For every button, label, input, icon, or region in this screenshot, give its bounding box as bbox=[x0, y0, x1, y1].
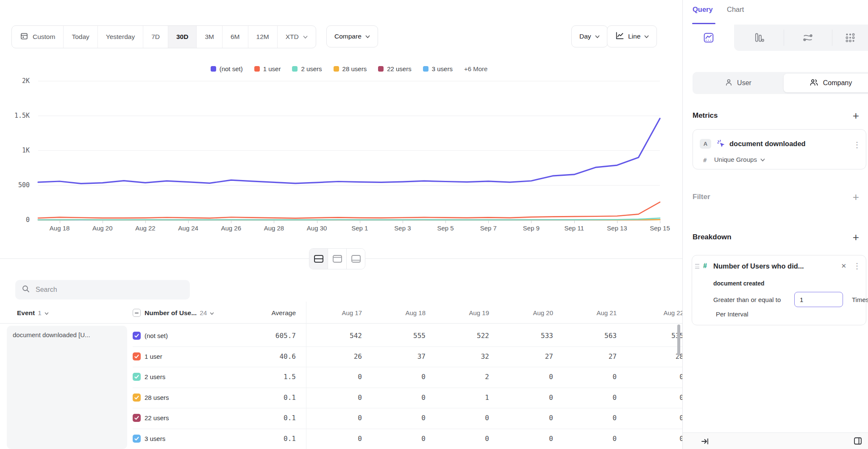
select-all-checkbox[interactable] bbox=[133, 309, 141, 317]
legend-swatch bbox=[423, 66, 428, 72]
aggregation-selector[interactable]: Unique Groups bbox=[714, 156, 765, 163]
table-header-row: Event 1 Number of Use... 24 Average Aug … bbox=[0, 303, 682, 323]
close-icon[interactable]: ✕ bbox=[841, 262, 846, 270]
scope-user-option[interactable]: User bbox=[693, 72, 784, 94]
aggregation-label: Unique Groups bbox=[714, 156, 757, 163]
value-cell: 0 bbox=[557, 388, 617, 408]
active-tab-underline bbox=[692, 23, 715, 24]
breakdown-unit-label: Times bbox=[852, 296, 868, 303]
series-checkbox[interactable] bbox=[133, 435, 141, 443]
range-button-yesterday[interactable]: Yesterday bbox=[97, 26, 143, 48]
metric-event-name[interactable]: document downloaded bbox=[729, 140, 806, 148]
split-view-button[interactable] bbox=[309, 249, 328, 269]
range-button-xtd[interactable]: XTD bbox=[277, 26, 316, 48]
legend-item[interactable]: 22 users bbox=[378, 65, 412, 72]
compare-label: Compare bbox=[334, 33, 362, 40]
line-chart-type-button[interactable] bbox=[683, 25, 734, 51]
table-only-view-button[interactable] bbox=[346, 249, 365, 269]
x-tick-label: Sep 15 bbox=[641, 224, 679, 232]
value-cell: 32 bbox=[430, 346, 489, 367]
value-cell: 0 bbox=[494, 388, 553, 408]
series-checkbox[interactable] bbox=[133, 332, 141, 340]
flow-chart-type-button[interactable] bbox=[784, 25, 832, 51]
legend-item[interactable]: 2 users bbox=[292, 65, 322, 72]
range-button-12m[interactable]: 12M bbox=[248, 26, 277, 48]
table-row[interactable]: 28 users0.1001000 bbox=[0, 388, 682, 408]
series-checkbox[interactable] bbox=[133, 394, 141, 402]
legend-item[interactable]: 1 user bbox=[254, 65, 281, 72]
scope-company-option[interactable]: Company bbox=[784, 74, 868, 92]
x-tick-label: Aug 26 bbox=[212, 224, 250, 232]
table-row[interactable]: 1 user40.6263732272728 bbox=[0, 346, 682, 367]
table-row[interactable]: (not set)605.7542555522533563535 bbox=[0, 326, 682, 346]
add-filter-button[interactable]: + bbox=[853, 191, 859, 202]
value-cell: 0 bbox=[494, 429, 553, 449]
legend-swatch bbox=[211, 66, 216, 72]
legend-item[interactable]: (not set) bbox=[211, 65, 243, 72]
line-chart[interactable] bbox=[38, 80, 660, 221]
add-breakdown-button[interactable]: + bbox=[853, 232, 859, 243]
x-tick-label: Aug 20 bbox=[83, 224, 122, 232]
range-button-3m[interactable]: 3M bbox=[196, 26, 222, 48]
event-column-header[interactable]: Event 1 bbox=[17, 303, 49, 323]
legend-more-button[interactable]: +6 More bbox=[464, 65, 487, 72]
metric-card[interactable]: A document downloaded ⋮ # Unique Groups bbox=[693, 129, 866, 169]
legend-label: (not set) bbox=[220, 65, 243, 72]
bar-chart-type-button[interactable] bbox=[734, 25, 784, 51]
metric-letter-badge: A bbox=[700, 139, 711, 149]
table-vertical-scrollbar[interactable] bbox=[677, 324, 680, 356]
table-row[interactable]: 2 users1.5002000 bbox=[0, 367, 682, 387]
value-cell: 555 bbox=[366, 326, 426, 346]
interval-button[interactable]: Day bbox=[571, 25, 608, 47]
legend-item[interactable]: 28 users bbox=[334, 65, 367, 72]
date-column-header: Aug 18 bbox=[366, 303, 426, 323]
add-metric-button[interactable]: + bbox=[853, 110, 859, 121]
series-checkbox[interactable] bbox=[133, 414, 141, 422]
average-cell: 1.5 bbox=[236, 367, 296, 387]
side-panel-icon[interactable] bbox=[853, 436, 862, 447]
breakdown-interval-label: Per Interval bbox=[716, 310, 748, 318]
breakdown-menu-button[interactable]: ⋮ bbox=[853, 262, 861, 270]
range-button-custom[interactable]: Custom bbox=[12, 26, 63, 48]
tab-chart[interactable]: Chart bbox=[727, 6, 744, 14]
series-checkbox[interactable] bbox=[133, 352, 141, 360]
aggregation-symbol: # bbox=[703, 157, 707, 164]
compare-button[interactable]: Compare bbox=[326, 25, 378, 47]
y-tick-label: 500 bbox=[0, 181, 30, 189]
x-tick-label: Sep 5 bbox=[426, 224, 465, 232]
group-column-header[interactable]: Number of Use... 24 bbox=[145, 303, 214, 323]
breakdown-section-title: Breakdown bbox=[693, 233, 732, 241]
table-row[interactable]: 22 users0.1000000 bbox=[0, 408, 682, 428]
company-icon bbox=[810, 78, 818, 88]
series-label: 28 users bbox=[145, 388, 169, 408]
breakdown-value-input[interactable] bbox=[794, 292, 843, 307]
value-cell: 0 bbox=[624, 388, 682, 408]
chart-only-view-button[interactable] bbox=[328, 249, 346, 269]
legend-item[interactable]: 3 users bbox=[423, 65, 453, 72]
table-row[interactable]: 3 users0.1000000 bbox=[0, 429, 682, 449]
metric-menu-button[interactable]: ⋮ bbox=[853, 141, 861, 149]
range-button-6m[interactable]: 6M bbox=[222, 26, 248, 48]
x-tick-label: Aug 28 bbox=[255, 224, 293, 232]
main-content: CustomTodayYesterday7D30D3M6M12MXTD Comp… bbox=[0, 0, 682, 449]
event-count: 1 bbox=[38, 309, 42, 317]
x-tick-label: Aug 18 bbox=[41, 224, 79, 232]
matrix-chart-type-button[interactable] bbox=[832, 25, 868, 51]
value-cell: 563 bbox=[557, 326, 617, 346]
breakdown-property-icon: # bbox=[703, 262, 707, 270]
collapse-panel-icon[interactable] bbox=[701, 437, 709, 447]
chart-type-button[interactable]: Line bbox=[607, 25, 657, 47]
range-button-30d[interactable]: 30D bbox=[168, 26, 196, 48]
scope-toggle: User Company bbox=[693, 72, 868, 94]
range-button-7d[interactable]: 7D bbox=[143, 26, 168, 48]
tab-query[interactable]: Query bbox=[693, 6, 713, 14]
average-cell: 0.1 bbox=[236, 388, 296, 408]
search-input[interactable] bbox=[35, 285, 184, 294]
x-tick-label: Aug 30 bbox=[298, 224, 336, 232]
range-button-today[interactable]: Today bbox=[63, 26, 97, 48]
x-tick-label: Aug 22 bbox=[126, 224, 164, 232]
series-checkbox[interactable] bbox=[133, 373, 141, 381]
breakdown-card[interactable]: # Number of Users who did... ✕ ⋮ documen… bbox=[692, 255, 866, 325]
value-cell: 27 bbox=[494, 346, 553, 367]
drag-handle-icon[interactable] bbox=[695, 264, 699, 269]
